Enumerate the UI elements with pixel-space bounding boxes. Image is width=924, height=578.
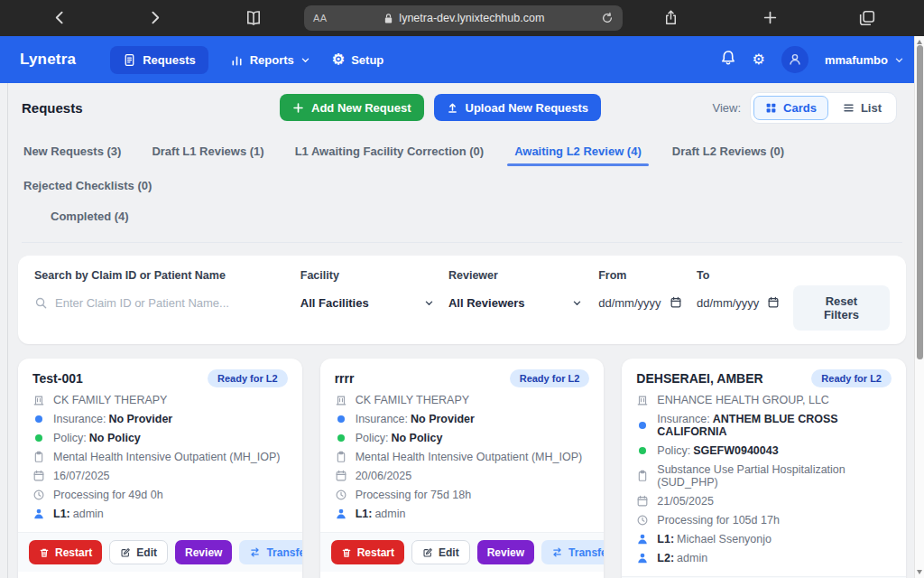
text-size-button[interactable]: AA (313, 13, 328, 23)
scrollbar-thumb[interactable] (917, 45, 923, 359)
back-icon[interactable] (52, 10, 68, 25)
view-toggle: Cards List (750, 92, 897, 124)
vertical-scrollbar[interactable] (914, 36, 924, 578)
edit-button[interactable]: Edit (109, 540, 168, 564)
chevron-down-icon (300, 55, 310, 65)
address-bar[interactable]: AA lynetra-dev.lynixtechhub.com (304, 5, 623, 31)
tab-draft-l1-reviews[interactable]: Draft L1 Reviews (1) (150, 135, 265, 170)
calendar-icon (32, 470, 45, 482)
assignee-l1-row: L1:Michael Ssenyonjo (636, 533, 892, 545)
restart-button[interactable]: Restart (29, 540, 102, 564)
nav-setup[interactable]: ⚙ Setup (332, 52, 383, 67)
reload-icon[interactable] (601, 12, 614, 24)
tabs-overview-icon[interactable] (859, 10, 875, 26)
date-row: 16/07/2025 (32, 470, 288, 482)
settings-gear-icon[interactable]: ⚙ (753, 52, 765, 67)
service-row: Mental Health Intensive Outpatient (MH_I… (335, 451, 590, 463)
card-actions: Restart Edit Review Transfer (320, 532, 605, 572)
person-icon (32, 508, 45, 520)
clock-icon (335, 489, 347, 501)
card-bottom-spacer (18, 572, 302, 578)
new-tab-icon[interactable] (762, 10, 778, 25)
person-icon (636, 533, 649, 545)
processing-row: Processing for 105d 17h (636, 514, 892, 527)
avatar[interactable] (781, 46, 808, 73)
insurance-row: Insurance:No Provider (335, 413, 590, 425)
browser-chrome: AA lynetra-dev.lynixtechhub.com (0, 0, 924, 36)
notifications-bell-icon[interactable] (720, 50, 736, 70)
facility-row: CK FAMILY THERAPY (335, 394, 590, 406)
document-icon (123, 53, 136, 67)
to-date-input[interactable]: dd/mm/yyyy (697, 294, 793, 312)
review-button[interactable]: Review (477, 540, 534, 564)
request-card[interactable]: DEHSERAEI, AMBER Ready for L2 ENHANCE HE… (622, 359, 906, 578)
nav-requests[interactable]: Requests (110, 46, 208, 74)
clock-icon (32, 489, 45, 501)
reset-filters-button[interactable]: Reset Filters (793, 285, 890, 331)
page-header: Requests Add New Request Upload New Requ… (0, 83, 924, 134)
share-icon[interactable] (663, 10, 679, 26)
user-menu[interactable]: mmafumbo (825, 53, 904, 67)
forward-icon[interactable] (147, 10, 162, 25)
building-icon (32, 394, 45, 406)
facility-select[interactable]: All Facilities (300, 294, 434, 312)
green-dot-icon (35, 434, 42, 442)
card-title: DEHSERAEI, AMBER (636, 371, 762, 386)
review-button[interactable]: Review (175, 540, 232, 564)
view-cards-button[interactable]: Cards (753, 96, 828, 120)
card-title: Test-001 (32, 371, 83, 386)
tab-rejected-checklists[interactable]: Rejected Checklists (0) (22, 170, 153, 204)
blue-dot-icon (337, 415, 345, 423)
request-card[interactable]: Test-001 Ready for L2 CK FAMILY THERAPY … (18, 359, 302, 578)
page-content: Requests Add New Request Upload New Requ… (0, 83, 924, 578)
restart-button[interactable]: Restart (331, 540, 404, 564)
building-icon (636, 394, 649, 406)
card-title: rrrr (335, 371, 355, 386)
filter-bar: Search by Claim ID or Patient Name Facil… (18, 256, 906, 344)
transfer-button[interactable]: Transfer (541, 540, 604, 564)
person-icon (636, 552, 649, 564)
from-date-input[interactable]: dd/mm/yyyy (598, 294, 697, 312)
status-badge: Ready for L2 (208, 369, 288, 387)
tab-new-requests[interactable]: New Requests (3) (22, 135, 123, 170)
reviewer-label: Reviewer (448, 269, 598, 282)
edit-pencil-icon (120, 547, 131, 558)
facility-row: ENHANCE HEALTH GROUP, LLC (636, 394, 892, 406)
bookmarks-icon[interactable] (245, 10, 262, 26)
tab-awaiting-l2-review[interactable]: Awaiting L2 Review (4) (513, 135, 643, 170)
trash-icon (39, 547, 50, 558)
tab-l1-awaiting-facility-correction[interactable]: L1 Awaiting Facility Correction (0) (293, 135, 485, 170)
calendar-icon (767, 296, 780, 309)
tab-draft-l2-reviews[interactable]: Draft L2 Reviews (0) (670, 135, 786, 170)
plus-icon (292, 102, 304, 114)
nav-reports[interactable]: Reports (230, 53, 310, 67)
status-tabs: New Requests (3) Draft L1 Reviews (1) L1… (22, 135, 902, 243)
transfer-arrows-icon (249, 546, 261, 558)
add-new-request-button[interactable]: Add New Request (280, 94, 424, 121)
service-row: Substance Use Partial Hospitalization (S… (636, 463, 892, 489)
trash-icon (341, 547, 352, 558)
page-title: Requests (22, 100, 83, 116)
view-list-button[interactable]: List (831, 96, 893, 120)
edit-button[interactable]: Edit (411, 540, 470, 564)
reviewer-select[interactable]: All Reviewers (448, 294, 582, 312)
calendar-icon (636, 495, 649, 508)
service-row: Mental Health Intensive Outpatient (MH_I… (32, 451, 288, 463)
calendar-icon (670, 296, 682, 309)
transfer-button[interactable]: Transfer (239, 540, 301, 564)
transfer-arrows-icon (551, 546, 563, 558)
person-icon (788, 52, 802, 67)
to-label: To (697, 269, 793, 282)
scroll-up-arrow[interactable] (917, 40, 922, 44)
scroll-down-arrow[interactable] (917, 570, 922, 574)
tab-completed[interactable]: Completed (4) (49, 204, 131, 235)
request-card[interactable]: rrrr Ready for L2 CK FAMILY THERAPY Insu… (320, 359, 605, 578)
assignee-l2-row: L2:admin (636, 552, 892, 564)
edit-pencil-icon (422, 547, 433, 558)
upload-new-requests-button[interactable]: Upload New Requests (434, 94, 602, 121)
date-row: 21/05/2025 (636, 495, 892, 508)
from-label: From (598, 269, 697, 282)
url-text: lynetra-dev.lynixtechhub.com (328, 12, 601, 24)
search-input[interactable] (55, 296, 263, 310)
brand-logo[interactable]: Lynetra (20, 51, 76, 69)
